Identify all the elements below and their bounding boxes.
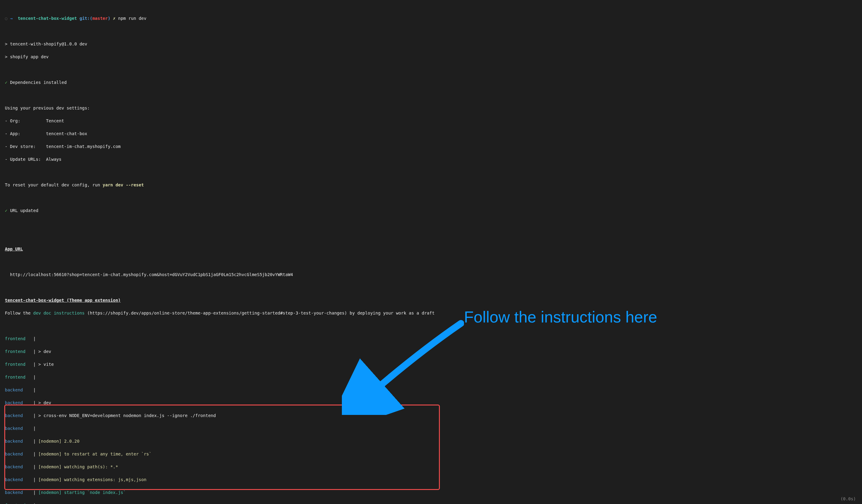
log-line: backend | > cross-env NODE_ENV=developme…: [5, 412, 857, 419]
log-tag: frontend: [5, 349, 25, 354]
reset-cmd: yarn dev --reset: [103, 183, 144, 187]
log-tag: frontend: [5, 375, 25, 380]
nodemon-line: backend | [nodemon] starting `node index…: [5, 489, 857, 496]
log-tag: backend: [5, 387, 23, 392]
log-tag: backend: [5, 464, 23, 469]
log-pipe: |: [33, 503, 36, 504]
log-line: backend |: [5, 387, 857, 393]
log-rest: > dev: [36, 400, 51, 405]
log-pipe: |: [33, 426, 36, 431]
log-pipe: |: [33, 375, 36, 380]
log-pad: [36, 452, 38, 456]
blank: [5, 284, 857, 291]
log-tag: frontend: [5, 362, 25, 367]
app-url-heading: App URL: [5, 247, 23, 251]
blank: [5, 259, 857, 265]
blank: [5, 67, 857, 73]
blank: [5, 169, 857, 175]
reset-line: To reset your default dev config, run ya…: [5, 182, 857, 188]
log-line: frontend |: [5, 374, 857, 381]
timer-display: (0.0s): [840, 496, 856, 502]
log-pipe: |: [33, 400, 36, 405]
url-updated-text: URL updated: [10, 208, 38, 213]
check-icon: ✓: [5, 80, 7, 85]
reset-text: To reset your default dev config, run: [5, 183, 103, 187]
log-pad: [36, 477, 38, 482]
log-tag: backend: [5, 439, 23, 443]
prompt-git-close: ): [108, 16, 110, 21]
log-pipe: |: [33, 413, 36, 418]
log-pipe: |: [33, 439, 36, 443]
log-pipe: |: [33, 452, 36, 456]
log-pipe: |: [33, 349, 36, 354]
blank: [5, 323, 857, 329]
deps-text: Dependencies installed: [10, 80, 67, 85]
log-pipe: |: [33, 362, 36, 367]
deps-installed: ✓ Dependencies installed: [5, 79, 857, 86]
log-pipe: |: [33, 490, 36, 495]
nodemon-text: [nodemon] watching path(s): *.*: [38, 464, 118, 469]
log-pipe: |: [33, 464, 36, 469]
blank: [5, 195, 857, 201]
settings-header: Using your previous dev settings:: [5, 105, 857, 111]
blank: [5, 220, 857, 227]
settings-store: - Dev store: tencent-im-chat.myshopify.c…: [5, 143, 857, 150]
settings-app: - App: tencent-chat-box: [5, 131, 857, 137]
blank: [5, 28, 857, 35]
log-line: frontend | > dev: [5, 348, 857, 355]
nodemon-line: backend | [nodemon] to restart at any ti…: [5, 451, 857, 457]
prompt-branch: master: [92, 16, 108, 21]
log-tag: backend: [5, 426, 23, 431]
prompt-arrow-icon: →: [10, 16, 13, 21]
annotation-label: Follow the instructions here: [464, 305, 657, 329]
log-tag: backend: [5, 452, 23, 456]
log-pad: [36, 439, 38, 443]
prompt-dirty-icon: ✗: [113, 16, 115, 21]
prompt-dir: tencent-chat-box-widget: [18, 16, 77, 21]
log-line: backend | > dev: [5, 400, 857, 406]
log-line: frontend | > vite: [5, 361, 857, 368]
log-tag: frontend: [5, 336, 25, 341]
nodemon-line: backend | [nodemon] watching path(s): *.…: [5, 464, 857, 470]
follow-post: (https://shopify.dev/apps/online-store/t…: [84, 310, 434, 316]
log-rest: > cross-env NODE_ENV=development nodemon…: [36, 413, 216, 418]
log-tag: backend: [5, 400, 23, 405]
theme-ext-title: tencent-chat-box-widget (Theme app exten…: [5, 297, 857, 304]
dev-doc-link[interactable]: dev doc instructions: [33, 310, 85, 316]
prompt-line: ○ → tencent-chat-box-widget git:(master)…: [5, 15, 857, 22]
log-tag: backend: [5, 413, 23, 418]
log-pad: [36, 490, 38, 495]
log-line: frontend |: [5, 335, 857, 342]
nodemon-text: [nodemon] starting `node index.js`: [38, 490, 126, 495]
settings-update: - Update URLs: Always: [5, 156, 857, 163]
log-pad: [36, 464, 38, 469]
log-tag: backend: [5, 477, 23, 482]
log-rest: > dev: [36, 349, 51, 354]
prompt-command: npm run dev: [118, 16, 146, 21]
settings-org: - Org: Tencent: [5, 118, 857, 124]
url-updated: ✓ URL updated: [5, 208, 857, 214]
blank: [5, 92, 857, 98]
nodemon-line: backend | [nodemon] watching extensions:…: [5, 477, 857, 483]
nodemon-text: [nodemon] 2.0.20: [38, 439, 80, 443]
log-pipe: |: [33, 477, 36, 482]
npm-line-2: > shopify app dev: [5, 54, 857, 60]
vite-line: frontend |: [5, 502, 857, 504]
nodemon-text: [nodemon] to restart at any time, enter …: [38, 452, 152, 456]
nodemon-line: backend | [nodemon] 2.0.20: [5, 438, 857, 445]
theme-ext-heading: tencent-chat-box-widget (Theme app exten…: [5, 298, 120, 303]
app-url-value[interactable]: http://localhost:56610?shop=tencent-im-c…: [5, 271, 857, 278]
prompt-git: git:(: [79, 16, 92, 21]
follow-pre: Follow the: [5, 310, 33, 316]
log-rest: > vite: [36, 362, 54, 367]
log-tag: frontend: [5, 503, 25, 504]
log-tag: backend: [5, 490, 23, 495]
terminal-output[interactable]: ○ → tencent-chat-box-widget git:(master)…: [0, 0, 862, 504]
log-pipe: |: [33, 336, 36, 341]
npm-line-1: > tencent-with-shopify@1.0.0 dev: [5, 41, 857, 47]
log-pipe: |: [33, 387, 36, 392]
check-icon: ✓: [5, 208, 7, 213]
log-line: backend |: [5, 425, 857, 432]
blank: [5, 233, 857, 239]
follow-line: Follow the dev doc instructions (https:/…: [5, 310, 857, 316]
